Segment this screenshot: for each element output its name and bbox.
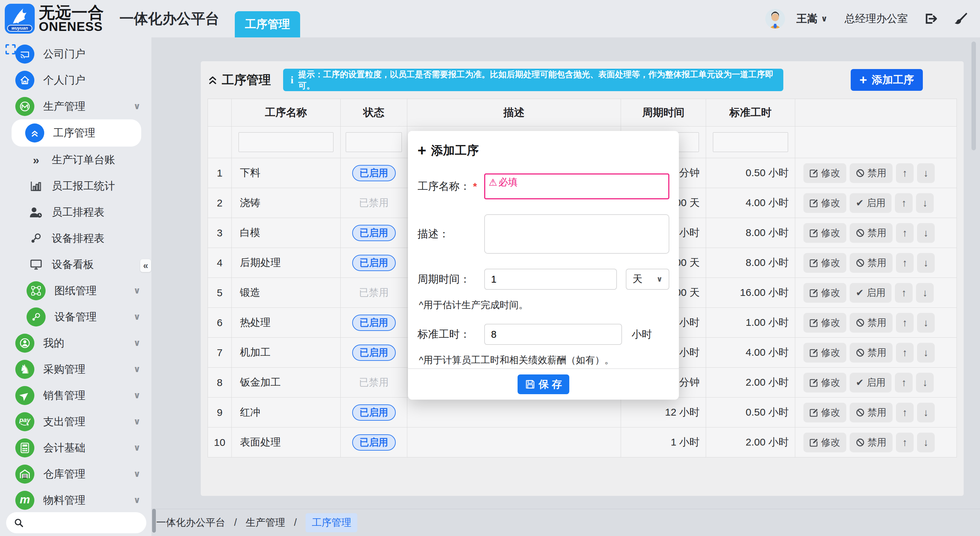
filter-status-input[interactable]	[346, 132, 402, 152]
breadcrumb-item-current[interactable]: 工序管理	[305, 513, 357, 532]
process-name: 表面处理	[232, 428, 340, 457]
process-name-input[interactable]: ⚠必填	[484, 173, 669, 199]
desc-textarea[interactable]	[484, 214, 669, 254]
edit-icon	[810, 289, 818, 297]
sidebar-item-production-management[interactable]: 生产管理 ∨	[0, 93, 151, 119]
move-down-button[interactable]: ↓	[917, 313, 935, 333]
sidebar-item-label: 个人门户	[43, 73, 86, 87]
move-up-button[interactable]: ↑	[895, 373, 913, 392]
disable-button[interactable]: 禁用	[850, 433, 892, 452]
edit-button[interactable]: 修改	[803, 163, 846, 183]
move-up-button[interactable]: ↑	[896, 343, 914, 363]
enable-button[interactable]: ✔启用	[850, 193, 891, 213]
disable-button[interactable]: 禁用	[850, 163, 892, 183]
filter-hours-input[interactable]	[713, 132, 788, 152]
edit-button[interactable]: 修改	[803, 433, 846, 452]
sidebar-item-employee-report-stats[interactable]: 员工报工统计	[0, 173, 151, 199]
sidebar-item-my[interactable]: 我的 ∨	[0, 330, 151, 356]
sidebar-item-material-management[interactable]: m 物料管理 ∨	[0, 487, 151, 513]
cycle-unit-select[interactable]: 天 ∨	[626, 269, 669, 290]
tab-process-management[interactable]: 工序管理	[235, 11, 300, 37]
standard-hours-input[interactable]	[484, 324, 622, 345]
vector-square-icon	[27, 281, 46, 300]
filter-name-input[interactable]	[239, 132, 334, 152]
move-up-button[interactable]: ↑	[895, 283, 913, 303]
move-down-button[interactable]: ↓	[917, 163, 935, 183]
move-down-button[interactable]: ↓	[917, 343, 935, 363]
move-down-button[interactable]: ↓	[917, 253, 935, 273]
user-name: 王嵩	[797, 11, 818, 26]
sidebar-item-label: 员工报工统计	[52, 179, 115, 193]
sidebar-item-warehouse-management[interactable]: 仓库管理 ∨	[0, 461, 151, 487]
edit-button[interactable]: 修改	[803, 403, 846, 422]
sidebar-item-equipment-schedule[interactable]: 设备排程表	[0, 225, 151, 251]
app-logo[interactable]: wuyuan	[5, 4, 35, 34]
breadcrumb-item[interactable]: 生产管理	[246, 516, 285, 530]
move-up-button[interactable]: ↑	[896, 403, 914, 422]
edit-button[interactable]: 修改	[803, 283, 846, 303]
move-up-button[interactable]: ↑	[895, 193, 913, 213]
sidebar: 公司门户 个人门户 生产管理 ∨ 工序管理	[0, 37, 151, 536]
hint-banner: i 提示：工序的设置粒度，以员工是否需要报工为准。比如后期处理可能包含抛光、表面…	[283, 69, 783, 91]
move-up-button[interactable]: ↑	[896, 433, 914, 452]
move-up-button[interactable]: ↑	[896, 313, 914, 333]
edit-button[interactable]: 修改	[803, 343, 846, 363]
move-down-button[interactable]: ↓	[917, 433, 935, 452]
move-down-button[interactable]: ↓	[916, 283, 934, 303]
col-header-cycle: 周期时间	[621, 99, 706, 126]
disable-button[interactable]: 禁用	[850, 313, 892, 333]
enable-button[interactable]: ✔启用	[850, 373, 891, 392]
sidebar-item-purchase-management[interactable]: ♞ 采购管理 ∨	[0, 356, 151, 382]
top-header: wuyuan 无远一合 ONENESS 一体化办公平台 工序管理 王嵩 ∨	[0, 0, 980, 37]
move-up-button[interactable]: ↑	[896, 163, 914, 183]
page-scrollbar-thumb[interactable]	[972, 41, 976, 150]
move-down-button[interactable]: ↓	[916, 193, 934, 213]
sidebar-scrollbar-thumb[interactable]	[152, 509, 156, 533]
edit-button[interactable]: 修改	[803, 313, 846, 333]
disable-button[interactable]: 禁用	[850, 223, 892, 243]
avatar[interactable]	[765, 9, 785, 29]
disable-button[interactable]: 禁用	[850, 343, 892, 363]
edit-button[interactable]: 修改	[803, 223, 846, 243]
move-up-button[interactable]: ↑	[896, 253, 914, 273]
move-down-button[interactable]: ↓	[916, 373, 934, 392]
breadcrumb-item[interactable]: 一体化办公平台	[156, 516, 225, 530]
sidebar-item-expense-management[interactable]: pay 支出管理 ∨	[0, 408, 151, 435]
check-icon: ✔	[856, 287, 864, 298]
sidebar-item-drawing-management[interactable]: 图纸管理 ∨	[0, 278, 151, 304]
logout-icon[interactable]	[923, 11, 938, 26]
edit-button[interactable]: 修改	[803, 253, 846, 273]
hours-unit: 小时	[632, 328, 652, 341]
ban-icon	[856, 348, 865, 357]
sidebar-item-process-management-active[interactable]: 工序管理	[11, 119, 141, 147]
disable-button[interactable]: 禁用	[850, 253, 892, 273]
theme-brush-icon[interactable]	[953, 11, 968, 26]
sidebar-item-accounting-basics[interactable]: 会计基础 ∨	[0, 435, 151, 461]
move-down-button[interactable]: ↓	[917, 403, 935, 422]
sidebar-item-equipment-dashboard[interactable]: 设备看板	[0, 251, 151, 278]
user-department: 总经理办公室	[845, 11, 908, 26]
edit-button[interactable]: 修改	[803, 373, 846, 392]
sidebar-item-employee-schedule[interactable]: 员工排程表	[0, 199, 151, 225]
sidebar-item-production-order-ledger[interactable]: » 生产订单台账	[0, 147, 151, 173]
move-up-button[interactable]: ↑	[896, 223, 914, 243]
material-m-icon: m	[15, 491, 34, 510]
enable-button[interactable]: ✔启用	[850, 283, 891, 303]
sidebar-item-equipment-management[interactable]: 设备管理 ∨	[0, 304, 151, 330]
sidebar-search-input[interactable]	[6, 512, 146, 533]
sidebar-collapse-button[interactable]: «	[140, 259, 151, 272]
sidebar-item-label: 设备管理	[54, 310, 97, 324]
steam-icon	[29, 233, 43, 244]
sidebar-item-company-portal[interactable]: 公司门户	[0, 41, 151, 67]
disable-button[interactable]: 禁用	[850, 403, 892, 422]
save-button[interactable]: 保 存	[517, 374, 569, 394]
cycle-time-input[interactable]	[484, 269, 617, 290]
user-menu[interactable]: 王嵩 ∨	[797, 11, 828, 26]
move-down-button[interactable]: ↓	[917, 223, 935, 243]
edit-button[interactable]: 修改	[803, 193, 846, 213]
add-process-button[interactable]: + 添加工序	[851, 69, 923, 91]
sidebar-item-sales-management[interactable]: 销售管理 ∨	[0, 382, 151, 408]
required-asterisk: *	[473, 181, 477, 192]
sidebar-item-personal-portal[interactable]: 个人门户	[0, 67, 151, 93]
avatar-image	[765, 9, 785, 29]
